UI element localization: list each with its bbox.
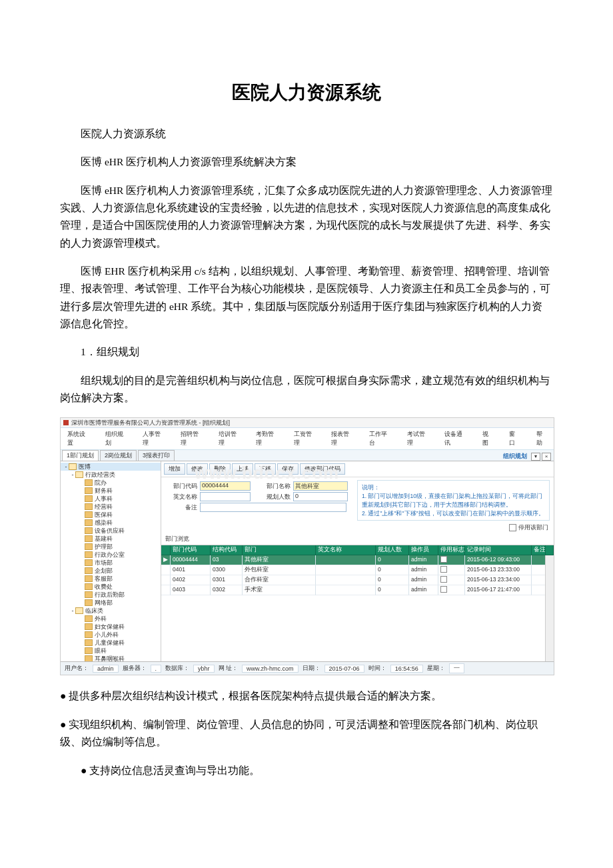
tree-label: 基建科 [95, 535, 113, 543]
remark-input[interactable] [200, 503, 346, 512]
folder-icon [75, 471, 83, 478]
tree-node[interactable]: -行政经营类 [61, 471, 161, 479]
tree-node[interactable]: 人事科 [61, 495, 161, 503]
tree-node[interactable]: 企划部 [61, 567, 161, 575]
folder-icon [85, 527, 93, 534]
bullet-1: ● 提供多种层次组织结构设计模式，根据各医院架构特点提供最合适的解决方案。 [60, 687, 553, 705]
folder-icon [85, 543, 93, 550]
tree-node[interactable]: 行政后勤部 [61, 591, 161, 599]
hint-title: 说明： [362, 483, 545, 492]
menu-item[interactable]: 考勤管理 [252, 429, 282, 448]
en-name-input[interactable] [200, 492, 251, 501]
grid-header-cell: 操作员 [409, 545, 438, 555]
tab[interactable]: 3报表打印 [138, 450, 175, 461]
stop-flag-checkbox[interactable] [440, 566, 447, 573]
tree-label: 人事科 [95, 495, 113, 503]
toolbar-button[interactable]: 下移 [255, 463, 276, 475]
tree-node[interactable]: -临床类 [61, 607, 161, 615]
menu-item[interactable]: 组织规划 [101, 429, 131, 448]
grid-cell [532, 555, 546, 565]
tab-bar: 1部门规划2岗位规划3报表打印 组织规划 ▾ × [61, 450, 554, 461]
grid-row[interactable]: ▶0000444403其他科室0admin2015-06-12 09:43:00 [161, 555, 554, 565]
toolbar-button[interactable]: 增加 [164, 463, 185, 475]
grid-header-cell [161, 545, 171, 555]
grid-cell: 0403 [171, 585, 211, 595]
dropdown-icon[interactable]: ▾ [531, 453, 540, 461]
dept-tree[interactable]: -医博-行政经营类院办财务科人事科经营科医保科感染科设备供应科基建科护理部行政办… [61, 461, 161, 661]
tree-node[interactable]: 财务科 [61, 487, 161, 495]
grid-header-cell: 记录时间 [465, 545, 532, 555]
menu-item[interactable]: 视图 [478, 429, 497, 448]
tree-node[interactable]: 院办 [61, 479, 161, 487]
menu-item[interactable]: 报表管理 [327, 429, 357, 448]
tree-label: 市场部 [95, 559, 113, 567]
grid-row[interactable]: 04030302手术室0admin2015-06-17 21:47:00 [161, 585, 554, 595]
dept-code-label: 部门代码 [165, 482, 197, 491]
plan-count-input[interactable]: 0 [293, 492, 348, 501]
tree-node[interactable]: 儿童保健科 [61, 639, 161, 647]
tree-node[interactable]: 收费处 [61, 583, 161, 591]
close-icon[interactable]: × [542, 453, 551, 461]
grid-cell: 2015-06-12 09:43:00 [465, 555, 532, 565]
tree-node[interactable]: 妇女保健科 [61, 623, 161, 631]
tree-node[interactable]: 设备供应科 [61, 527, 161, 535]
menu-item[interactable]: 系统设置 [63, 429, 93, 448]
tab[interactable]: 1部门规划 [62, 450, 99, 461]
dept-code-input[interactable]: 00004444 [200, 481, 251, 491]
menu-item[interactable]: 设备通讯 [440, 429, 470, 448]
tree-node[interactable]: 医保科 [61, 511, 161, 519]
grid-row[interactable]: 04020301合作科室0admin2015-06-13 23:34:00 [161, 575, 554, 585]
tree-node[interactable]: 外科 [61, 615, 161, 623]
grid-cell [316, 585, 376, 595]
toolbar-button[interactable]: 修改部门代码 [300, 463, 345, 475]
tree-node[interactable]: 耳鼻咽喉科 [61, 655, 161, 661]
toolbar-button[interactable]: 删除 [209, 463, 231, 475]
menu-item[interactable]: 人事管理 [139, 429, 169, 448]
tree-node[interactable]: 网络部 [61, 599, 161, 607]
tree-node[interactable]: 市场部 [61, 559, 161, 567]
toolbar-button[interactable]: 修改 [187, 463, 208, 475]
grid-cell: 0402 [171, 575, 211, 585]
menu-item[interactable]: 培训管理 [215, 429, 245, 448]
toolbar-button[interactable]: 保存 [277, 463, 299, 475]
tree-node[interactable]: 客服部 [61, 575, 161, 583]
grid-cell [532, 585, 546, 595]
hint-box: 说明： 1. 部门可以增加到10级，直接在部门架构上拖拉某部门，可将此部门重新规… [357, 480, 550, 521]
tree-node[interactable]: -医博 [61, 463, 161, 471]
tree-node[interactable]: 经营科 [61, 503, 161, 511]
menu-item[interactable]: 考试管理 [403, 429, 433, 448]
folder-icon [85, 623, 93, 630]
menu-item[interactable]: 招聘管理 [177, 429, 207, 448]
menu-item[interactable]: 工作平台 [365, 429, 395, 448]
status-week: 一 [449, 663, 464, 673]
folder-icon [85, 535, 93, 542]
menu-item[interactable]: 工资管理 [290, 429, 320, 448]
menu-item[interactable]: 窗口 [505, 429, 524, 448]
status-date-label: 日期： [303, 664, 320, 673]
para-2: 医博 eHR 医疗机构人力资源管理系统解决方案 [60, 153, 553, 171]
stop-flag-checkbox[interactable] [440, 586, 447, 593]
tree-node[interactable]: 行政办公室 [61, 551, 161, 559]
tree-label: 临床类 [85, 607, 103, 615]
grid-cell [438, 565, 465, 575]
stop-flag-checkbox[interactable] [440, 576, 447, 583]
vertical-scrollbar[interactable] [545, 555, 554, 661]
folder-icon [85, 655, 93, 661]
tree-node[interactable]: 小儿外科 [61, 631, 161, 639]
tree-node[interactable]: 护理部 [61, 543, 161, 551]
dept-name-input[interactable]: 其他科室 [293, 481, 348, 491]
grid-body[interactable]: ▶0000444403其他科室0admin2015-06-12 09:43:00… [161, 555, 554, 661]
stop-checkbox[interactable] [509, 524, 516, 531]
stop-flag-checkbox[interactable] [440, 556, 447, 563]
grid-header-cell [546, 545, 554, 555]
tree-node[interactable]: 眼科 [61, 647, 161, 655]
tree-node[interactable]: 基建科 [61, 535, 161, 543]
tree-node[interactable]: 感染科 [61, 519, 161, 527]
tab[interactable]: 2岗位规划 [100, 450, 137, 461]
grid-row[interactable]: 04010300外包科室0admin2015-06-13 23:33:00 [161, 565, 554, 575]
toolbar-button[interactable]: 上移 [232, 463, 253, 475]
menu-item[interactable]: 帮助 [532, 429, 551, 448]
grid-cell: 03 [211, 555, 243, 565]
grid-cell [532, 575, 546, 585]
tree-label: 医博 [79, 463, 91, 471]
